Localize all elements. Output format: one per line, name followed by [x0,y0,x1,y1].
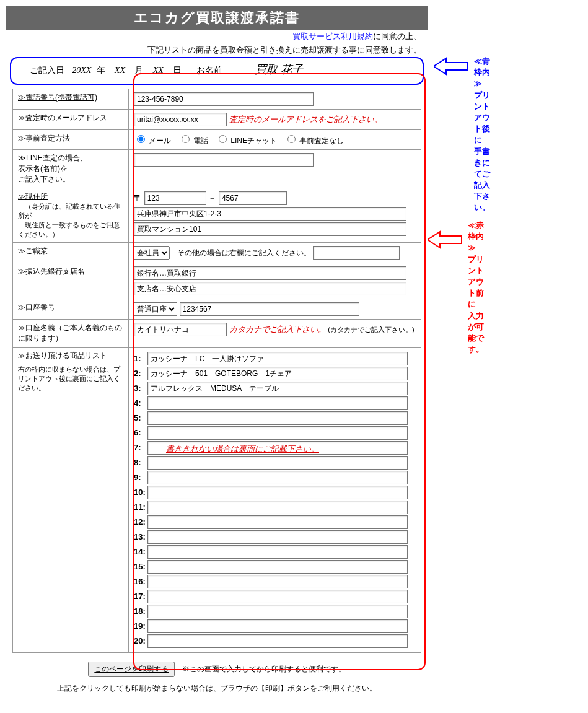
zip2-input[interactable] [219,191,287,205]
item-input[interactable] [147,575,408,588]
item-input[interactable] [147,471,408,484]
method-label: ≫事前査定方法 [13,130,129,150]
item-input[interactable] [147,605,408,618]
method-radio-none[interactable]: 事前査定なし [284,136,344,145]
item-row: 11: [134,501,416,514]
item-number: 20: [134,636,147,645]
items-label: ≫お送り頂ける商品リスト [18,351,123,361]
svg-marker-0 [434,58,468,74]
holder-note: カタカナでご記入下さい。 [229,325,326,334]
item-row: 2: [134,367,416,380]
item-row: 9: [134,471,416,484]
item-number: 12: [134,517,147,527]
item-number: 7: [134,443,147,452]
handwrite-box: ご記入日 20XX 年 XX 月 XX 日 お名前 買取 花子 [10,57,424,85]
item-row: 8: [134,456,416,470]
item-row: 17: [134,590,416,603]
item-input[interactable] [147,396,408,410]
acct-type-select[interactable]: 普通口座 [134,302,177,316]
holder-input[interactable] [134,323,227,336]
item-input[interactable] [147,634,408,648]
job-label: ≫ご職業 [13,243,129,263]
page-title: エコカグ買取譲渡承諾書 [6,6,428,30]
name-value: 買取 花子 [229,62,328,77]
zip-mark: 〒 [134,193,142,203]
svg-marker-1 [428,232,462,248]
item-number: 2: [134,369,147,378]
email-label: ≫査定時のメールアドレス [18,113,107,122]
item-number: 18: [134,606,147,616]
holder-label: ≫口座名義（ご本人名義のものに限ります） [13,320,129,348]
item-number: 3: [134,383,147,393]
line-label: ≫LINE査定の場合、 表示名(名前)を ご記入下さい。 [13,150,129,188]
item-input[interactable] [147,530,408,544]
blue-arrow-icon [434,57,471,76]
item-input[interactable] [147,501,408,514]
item-number: 17: [134,592,147,601]
item-row: 3: [134,382,416,395]
method-radio-group: メール 電話 LINEチャット 事前査定なし [134,136,349,145]
item-input[interactable] [147,367,408,380]
email-input[interactable] [134,113,227,126]
item-input[interactable] [147,545,408,559]
method-radio-mail[interactable]: メール [134,136,171,145]
item-input[interactable] [147,619,408,633]
red-arrow-icon [428,230,465,249]
item-number: 9: [134,473,147,482]
job-note: その他の場合は右欄にご記入ください。 [177,248,311,257]
job-other-input[interactable] [313,246,400,260]
method-radio-line[interactable]: LINEチャット [216,136,277,145]
item-row: 18: [134,605,416,618]
email-note: 査定時のメールアドレスをご記入下さい。 [229,115,382,124]
holder-hint: (カタカナでご記入下さい。) [328,326,414,333]
print-note: ※この画面で入力してから印刷すると便利です。 [182,665,346,673]
item-row: 10: [134,486,416,499]
name-label: お名前 [196,65,222,75]
print-button[interactable]: このページを印刷する [88,662,175,677]
item-row: 14: [134,545,416,559]
items-sub: 右の枠内に収まらない場合は、プリントアウト後に裏面にご記入ください。 [18,365,123,393]
item-row: 13: [134,530,416,544]
acct-label: ≫口座番号 [13,299,129,320]
phone-label: ≫電話番号(携帯電話可) [18,93,97,102]
consent-line1: 買取サービス利用規約に同意の上、 [6,30,428,43]
terms-link[interactable]: 買取サービス利用規約 [292,32,373,41]
date-label: ご記入日 [30,65,64,75]
item-input[interactable] [147,382,408,395]
item-input[interactable] [147,411,408,425]
bank-name-input[interactable] [134,266,406,280]
item-input[interactable] [147,590,408,603]
item-number: 13: [134,532,147,541]
date-month: XX [108,66,133,76]
job-select[interactable]: 会社員 [134,246,170,260]
item-number: 6: [134,428,147,437]
item-number: 1: [134,354,147,363]
addr1-input[interactable] [134,207,406,221]
method-radio-phone[interactable]: 電話 [178,136,208,145]
item-input[interactable] [147,426,408,440]
phone-input[interactable] [134,92,314,106]
item-row: 4: [134,396,416,410]
zip1-input[interactable] [144,191,206,205]
item-input[interactable] [147,560,408,574]
date-year: 20XX [69,66,94,76]
item-row: 1: [134,352,416,365]
item-row: 12: [134,515,416,529]
line-name-input[interactable] [134,153,314,167]
addr2-input[interactable] [134,222,406,236]
item-number: 10: [134,488,147,497]
item-input[interactable] [147,515,408,529]
addr-label: ≫現住所 [18,192,48,201]
item-number: 14: [134,547,147,556]
item-row: 5: [134,411,416,425]
item-input[interactable] [147,456,408,470]
item-number: 4: [134,398,147,408]
item-number: 16: [134,577,147,586]
item-input[interactable] [147,352,408,365]
acct-no-input[interactable] [180,302,359,316]
date-day: XX [146,66,170,76]
blue-annotation: ≪青枠内≫ プリントアウト後に 手書きにてご記入下さい。 [474,56,490,214]
branch-name-input[interactable] [134,282,406,295]
consent-line2: 下記リストの商品を買取金額と引き換えに売却譲渡する事に同意致します。 [6,43,428,57]
item-input[interactable] [147,486,408,499]
